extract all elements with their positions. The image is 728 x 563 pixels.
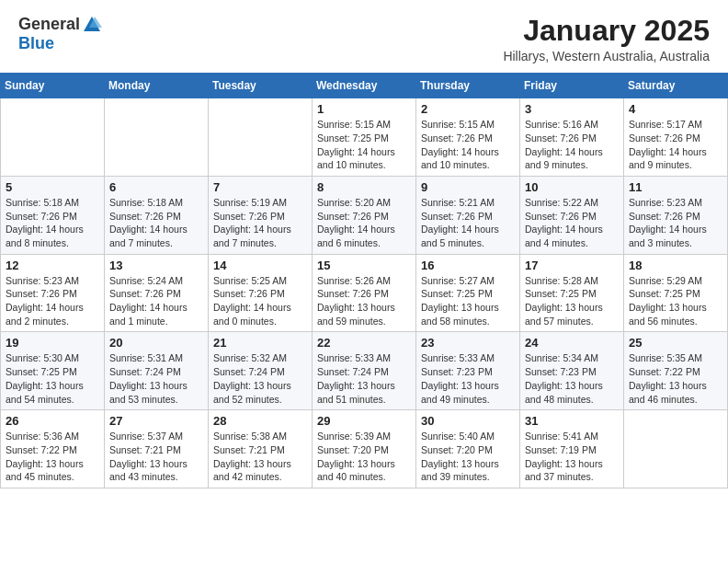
day-number: 30: [421, 414, 515, 428]
month-year-title: January 2025: [503, 15, 710, 47]
calendar-cell: 15Sunrise: 5:26 AM Sunset: 7:26 PM Dayli…: [313, 254, 416, 332]
day-number: 23: [421, 336, 515, 350]
calendar-cell: 6Sunrise: 5:18 AM Sunset: 7:26 PM Daylig…: [105, 176, 209, 254]
calendar-cell: 25Sunrise: 5:35 AM Sunset: 7:22 PM Dayli…: [624, 332, 728, 410]
day-number: 21: [213, 336, 307, 350]
day-info: Sunrise: 5:38 AM Sunset: 7:21 PM Dayligh…: [213, 430, 307, 484]
day-of-week-tuesday: Tuesday: [209, 74, 313, 98]
day-info: Sunrise: 5:16 AM Sunset: 7:26 PM Dayligh…: [525, 118, 619, 172]
day-info: Sunrise: 5:28 AM Sunset: 7:25 PM Dayligh…: [525, 274, 619, 328]
day-of-week-thursday: Thursday: [416, 74, 520, 98]
calendar-body: 1Sunrise: 5:15 AM Sunset: 7:25 PM Daylig…: [1, 98, 728, 488]
day-info: Sunrise: 5:32 AM Sunset: 7:24 PM Dayligh…: [213, 351, 307, 406]
day-number: 11: [629, 180, 722, 194]
day-number: 17: [525, 259, 619, 272]
logo-blue-text: Blue: [18, 34, 54, 52]
day-of-week-sunday: Sunday: [1, 74, 105, 98]
calendar-cell: 10Sunrise: 5:22 AM Sunset: 7:26 PM Dayli…: [520, 176, 624, 254]
calendar-cell: 13Sunrise: 5:24 AM Sunset: 7:26 PM Dayli…: [105, 254, 209, 332]
page-header: General Blue January 2025 Hillarys, West…: [0, 0, 728, 69]
day-of-week-saturday: Saturday: [624, 74, 728, 98]
day-number: 28: [213, 414, 307, 428]
calendar-cell: 21Sunrise: 5:32 AM Sunset: 7:24 PM Dayli…: [209, 332, 313, 410]
day-info: Sunrise: 5:23 AM Sunset: 7:26 PM Dayligh…: [629, 196, 722, 250]
calendar-cell: 12Sunrise: 5:23 AM Sunset: 7:26 PM Dayli…: [1, 254, 105, 332]
day-info: Sunrise: 5:17 AM Sunset: 7:26 PM Dayligh…: [629, 118, 722, 172]
calendar-week-3: 12Sunrise: 5:23 AM Sunset: 7:26 PM Dayli…: [1, 254, 728, 332]
days-of-week-row: SundayMondayTuesdayWednesdayThursdayFrid…: [1, 74, 728, 98]
day-info: Sunrise: 5:29 AM Sunset: 7:25 PM Dayligh…: [629, 274, 722, 328]
day-number: 10: [525, 180, 619, 194]
day-info: Sunrise: 5:33 AM Sunset: 7:24 PM Dayligh…: [317, 351, 411, 406]
calendar-week-1: 1Sunrise: 5:15 AM Sunset: 7:25 PM Daylig…: [1, 98, 728, 177]
day-number: 8: [317, 180, 411, 194]
calendar-cell: 28Sunrise: 5:38 AM Sunset: 7:21 PM Dayli…: [209, 410, 313, 488]
title-area: January 2025 Hillarys, Western Australia…: [503, 15, 710, 63]
calendar-cell: 27Sunrise: 5:37 AM Sunset: 7:21 PM Dayli…: [105, 410, 209, 488]
day-info: Sunrise: 5:19 AM Sunset: 7:26 PM Dayligh…: [213, 196, 307, 250]
calendar-header: SundayMondayTuesdayWednesdayThursdayFrid…: [1, 74, 728, 98]
day-number: 14: [213, 259, 307, 272]
calendar-cell: 4Sunrise: 5:17 AM Sunset: 7:26 PM Daylig…: [624, 98, 728, 177]
day-info: Sunrise: 5:25 AM Sunset: 7:26 PM Dayligh…: [213, 274, 307, 328]
day-info: Sunrise: 5:20 AM Sunset: 7:26 PM Dayligh…: [317, 196, 411, 250]
day-info: Sunrise: 5:30 AM Sunset: 7:25 PM Dayligh…: [6, 351, 99, 406]
calendar-cell: 24Sunrise: 5:34 AM Sunset: 7:23 PM Dayli…: [520, 332, 624, 410]
day-number: 26: [6, 414, 99, 428]
day-info: Sunrise: 5:36 AM Sunset: 7:22 PM Dayligh…: [6, 430, 99, 484]
day-number: 6: [109, 180, 203, 194]
day-info: Sunrise: 5:31 AM Sunset: 7:24 PM Dayligh…: [109, 351, 203, 406]
day-info: Sunrise: 5:33 AM Sunset: 7:23 PM Dayligh…: [421, 351, 515, 406]
day-info: Sunrise: 5:39 AM Sunset: 7:20 PM Dayligh…: [317, 430, 411, 484]
day-info: Sunrise: 5:41 AM Sunset: 7:19 PM Dayligh…: [525, 430, 619, 484]
calendar-week-4: 19Sunrise: 5:30 AM Sunset: 7:25 PM Dayli…: [1, 332, 728, 410]
calendar-cell: [209, 98, 313, 177]
day-info: Sunrise: 5:35 AM Sunset: 7:22 PM Dayligh…: [629, 351, 722, 406]
day-number: 9: [421, 180, 515, 194]
location-subtitle: Hillarys, Western Australia, Australia: [503, 49, 710, 63]
day-number: 22: [317, 336, 411, 350]
day-number: 16: [421, 259, 515, 272]
calendar-table: SundayMondayTuesdayWednesdayThursdayFrid…: [0, 73, 728, 488]
day-number: 3: [525, 102, 619, 116]
day-number: 7: [213, 180, 307, 194]
calendar-cell: 26Sunrise: 5:36 AM Sunset: 7:22 PM Dayli…: [1, 410, 105, 488]
day-number: 20: [109, 336, 203, 350]
day-info: Sunrise: 5:27 AM Sunset: 7:25 PM Dayligh…: [421, 274, 515, 328]
day-info: Sunrise: 5:22 AM Sunset: 7:26 PM Dayligh…: [525, 196, 619, 250]
day-number: 2: [421, 102, 515, 116]
calendar-cell: 30Sunrise: 5:40 AM Sunset: 7:20 PM Dayli…: [416, 410, 520, 488]
day-info: Sunrise: 5:21 AM Sunset: 7:26 PM Dayligh…: [421, 196, 515, 250]
day-number: 18: [629, 259, 722, 272]
logo-general-text: General: [18, 16, 80, 34]
day-info: Sunrise: 5:26 AM Sunset: 7:26 PM Dayligh…: [317, 274, 411, 328]
calendar-cell: 20Sunrise: 5:31 AM Sunset: 7:24 PM Dayli…: [105, 332, 209, 410]
day-info: Sunrise: 5:37 AM Sunset: 7:21 PM Dayligh…: [109, 430, 203, 484]
calendar-cell: 5Sunrise: 5:18 AM Sunset: 7:26 PM Daylig…: [1, 176, 105, 254]
calendar-cell: 31Sunrise: 5:41 AM Sunset: 7:19 PM Dayli…: [520, 410, 624, 488]
calendar-week-2: 5Sunrise: 5:18 AM Sunset: 7:26 PM Daylig…: [1, 176, 728, 254]
day-number: 15: [317, 259, 411, 272]
day-info: Sunrise: 5:15 AM Sunset: 7:26 PM Dayligh…: [421, 118, 515, 172]
calendar-cell: 8Sunrise: 5:20 AM Sunset: 7:26 PM Daylig…: [313, 176, 416, 254]
day-info: Sunrise: 5:40 AM Sunset: 7:20 PM Dayligh…: [421, 430, 515, 484]
calendar-cell: 29Sunrise: 5:39 AM Sunset: 7:20 PM Dayli…: [313, 410, 416, 488]
day-info: Sunrise: 5:18 AM Sunset: 7:26 PM Dayligh…: [109, 196, 203, 250]
logo: General Blue: [18, 15, 102, 53]
day-number: 12: [6, 259, 99, 272]
day-info: Sunrise: 5:18 AM Sunset: 7:26 PM Dayligh…: [6, 196, 99, 250]
calendar-cell: 18Sunrise: 5:29 AM Sunset: 7:25 PM Dayli…: [624, 254, 728, 332]
calendar-cell: 19Sunrise: 5:30 AM Sunset: 7:25 PM Dayli…: [1, 332, 105, 410]
day-number: 25: [629, 336, 722, 350]
calendar-cell: 1Sunrise: 5:15 AM Sunset: 7:25 PM Daylig…: [313, 98, 416, 177]
logo-icon: [82, 15, 102, 35]
day-number: 29: [317, 414, 411, 428]
calendar-cell: 17Sunrise: 5:28 AM Sunset: 7:25 PM Dayli…: [520, 254, 624, 332]
day-number: 19: [6, 336, 99, 350]
calendar-cell: 7Sunrise: 5:19 AM Sunset: 7:26 PM Daylig…: [209, 176, 313, 254]
calendar-cell: 23Sunrise: 5:33 AM Sunset: 7:23 PM Dayli…: [416, 332, 520, 410]
day-number: 13: [109, 259, 203, 272]
day-of-week-wednesday: Wednesday: [313, 74, 416, 98]
day-number: 1: [317, 102, 411, 116]
calendar-cell: [624, 410, 728, 488]
